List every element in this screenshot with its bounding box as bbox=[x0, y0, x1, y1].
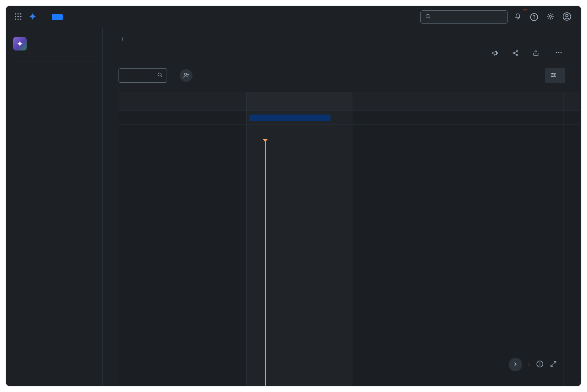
breadcrumb-separator bbox=[122, 36, 123, 43]
info-icon bbox=[536, 360, 544, 369]
page-header bbox=[119, 36, 579, 59]
profile-button[interactable] bbox=[560, 11, 573, 23]
settings-button[interactable] bbox=[544, 11, 557, 23]
notifications-button[interactable] bbox=[511, 11, 524, 23]
search-icon bbox=[425, 13, 431, 21]
info-button[interactable] bbox=[536, 360, 544, 369]
project-avatar bbox=[13, 37, 27, 50]
sprint-bar[interactable] bbox=[249, 114, 330, 121]
bell-icon bbox=[514, 12, 522, 21]
timeline-rows bbox=[119, 111, 579, 139]
timeline-toolbar bbox=[119, 68, 579, 83]
body-row bbox=[6, 28, 581, 386]
sidebar-footer bbox=[6, 367, 102, 380]
header-actions bbox=[492, 47, 565, 59]
app-switcher-button[interactable] bbox=[12, 11, 24, 23]
grid-icon bbox=[14, 12, 22, 22]
share-icon bbox=[512, 49, 519, 57]
export-button[interactable] bbox=[532, 49, 543, 57]
timeline-search[interactable] bbox=[119, 68, 167, 83]
jira-logo[interactable] bbox=[27, 12, 44, 22]
project-header bbox=[6, 35, 102, 56]
navbar-right: ? bbox=[420, 10, 573, 24]
timeline-chart bbox=[119, 92, 579, 386]
share-button[interactable] bbox=[512, 49, 523, 57]
gear-icon bbox=[546, 12, 554, 21]
help-icon: ? bbox=[530, 13, 538, 21]
create-button[interactable] bbox=[52, 14, 63, 20]
global-search-input[interactable] bbox=[434, 14, 503, 20]
help-button[interactable]: ? bbox=[528, 11, 540, 23]
add-people-button[interactable] bbox=[180, 69, 192, 82]
global-search[interactable] bbox=[420, 10, 508, 24]
title-block bbox=[119, 36, 126, 46]
main-content bbox=[103, 28, 581, 386]
notifications-badge bbox=[523, 10, 527, 10]
give-feedback-button[interactable] bbox=[492, 49, 502, 57]
search-icon bbox=[157, 72, 163, 80]
export-icon bbox=[532, 49, 540, 57]
zoom-mode-group bbox=[528, 363, 530, 366]
releases-row bbox=[119, 125, 579, 139]
breadcrumb bbox=[119, 36, 126, 43]
scroll-right-button[interactable] bbox=[509, 358, 522, 371]
user-avatar-icon bbox=[562, 12, 572, 23]
sidebar bbox=[6, 28, 103, 386]
timeline-search-input[interactable] bbox=[122, 72, 157, 79]
expand-icon bbox=[550, 360, 557, 369]
sidebar-divider bbox=[13, 62, 95, 62]
megaphone-icon bbox=[492, 49, 499, 57]
app-window: ? bbox=[6, 6, 581, 386]
sliders-icon bbox=[550, 72, 557, 80]
more-actions-button[interactable] bbox=[552, 47, 565, 59]
top-navbar: ? bbox=[6, 6, 581, 28]
fullscreen-button[interactable] bbox=[550, 360, 557, 369]
chevron-right-icon bbox=[512, 361, 519, 369]
add-person-icon bbox=[183, 72, 190, 80]
timeline-header bbox=[119, 92, 579, 111]
view-settings-button[interactable] bbox=[545, 68, 565, 83]
ellipsis-icon bbox=[555, 49, 563, 58]
sprints-row bbox=[119, 111, 579, 125]
today-line bbox=[265, 139, 266, 386]
timeline-controls bbox=[509, 358, 557, 371]
jira-logo-icon bbox=[28, 12, 37, 22]
